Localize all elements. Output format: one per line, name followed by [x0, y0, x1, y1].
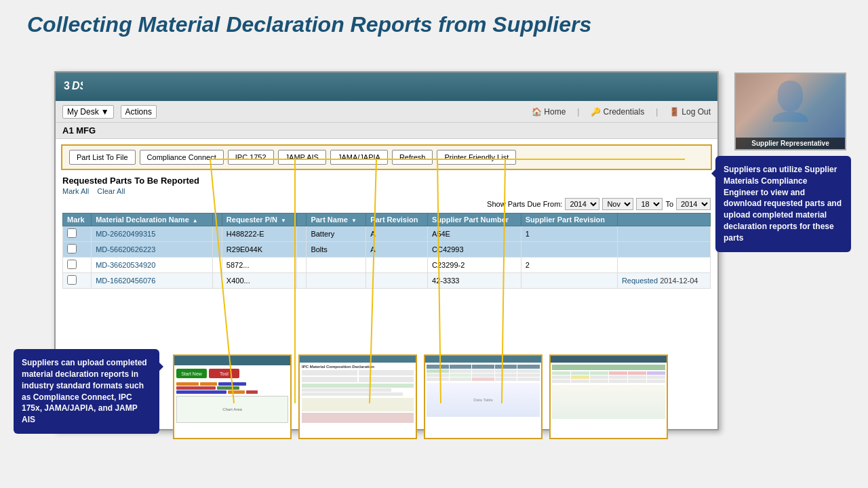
clear-all-link[interactable]: Clear All	[97, 187, 125, 195]
filter-month-select[interactable]: Nov	[602, 198, 633, 210]
compliance-connect-button[interactable]: Compliance Connect	[140, 150, 224, 165]
mark-all-link[interactable]: Mark All	[62, 187, 89, 195]
table-row: MD-36620534920 5872... C23299-2 2	[63, 258, 711, 273]
nav-bar: My Desk ▼ Actions 🏠 Home | 🔑 Credentials…	[56, 101, 717, 123]
cell-mark	[63, 242, 92, 258]
thumbnail-1: Start New Tool Chart Area	[173, 354, 292, 439]
home-icon: 🏠	[532, 107, 542, 117]
jama-japia-button[interactable]: JAMA/JAPIA	[330, 150, 388, 165]
cell-supplier-rev	[521, 273, 617, 289]
filter-to-label: To	[665, 200, 673, 208]
cell-mark	[63, 226, 92, 242]
row-checkbox[interactable]	[67, 244, 77, 253]
cell-requester-pn: R29E044K	[222, 242, 296, 258]
callout-right: Suppliers can utilize Supplier Materials…	[715, 156, 851, 252]
data-table: Mark Material Declaration Name ▲ Request…	[62, 213, 711, 289]
filter-year2-select[interactable]: 2014	[676, 198, 711, 210]
cell-sort	[212, 273, 222, 289]
cell-part-name	[307, 258, 366, 273]
cell-status	[617, 242, 710, 258]
col-supplier-pn: Supplier Part Number	[428, 214, 521, 226]
thumbnails-row: Start New Tool Chart Area	[173, 354, 668, 439]
logout-nav[interactable]: 🚪 Log Out	[669, 107, 711, 117]
cell-supplier-pn: 42-3333	[428, 273, 521, 289]
callout-left: Suppliers can upload completed material …	[14, 349, 159, 434]
table-row: MD-56620626223 R29E044K Bolts A CC42993	[63, 242, 711, 258]
page-title: Collecting Material Declaration Reports …	[0, 0, 868, 44]
callout-right-text: Suppliers can utilize Supplier Materials…	[724, 165, 842, 243]
cell-sort	[212, 242, 222, 258]
filter-year1-select[interactable]: 2014	[565, 198, 599, 210]
cell-part-revision	[366, 258, 428, 273]
cell-part-revision: A	[366, 226, 428, 242]
mydesk-nav[interactable]: My Desk ▼	[62, 105, 114, 119]
col-sort2	[297, 214, 307, 226]
app-header: 3 DS	[56, 73, 717, 101]
mydesk-dropdown-icon: ▼	[101, 107, 109, 117]
cell-supplier-pn: A54E	[428, 226, 521, 242]
nav-sep1: |	[577, 107, 579, 117]
actions-label: Actions	[125, 107, 152, 117]
cell-part-name: Bolts	[307, 242, 366, 258]
callout-left-text: Suppliers can upload completed material …	[22, 358, 147, 424]
cell-md-name: MD-16620456076	[92, 273, 212, 289]
row-checkbox[interactable]	[67, 228, 77, 238]
cell-sort	[212, 226, 222, 242]
cell-md-name: MD-36620534920	[92, 258, 212, 273]
cell-requester-pn: H488222-E	[222, 226, 296, 242]
section-links: Mark All Clear All	[62, 187, 711, 195]
section-title: Requested Parts To Be Reported	[62, 176, 711, 186]
cell-status	[617, 226, 710, 242]
cell-status	[617, 258, 710, 273]
company-name: A1 MFG	[56, 123, 717, 139]
table-row: MD-26620499315 H488222-E Battery A A54E …	[63, 226, 711, 242]
cell-part-revision	[366, 273, 428, 289]
cell-mark	[63, 258, 92, 273]
logout-icon: 🚪	[669, 107, 679, 117]
cell-md-name: MD-56620626223	[92, 242, 212, 258]
credentials-nav[interactable]: 🔑 Credentials	[591, 107, 644, 117]
cell-sort2	[297, 273, 307, 289]
nav-sep2: |	[656, 107, 658, 117]
app-logo: 3 DS	[62, 77, 83, 97]
ipc-1752-button[interactable]: IPC 1752	[228, 150, 274, 165]
jamp-ais-button[interactable]: JAMP AIS	[278, 150, 326, 165]
btn-toolbar: Part List To File Compliance Connect IPC…	[61, 144, 712, 170]
content-area: Requested Parts To Be Reported Mark All …	[56, 176, 717, 289]
cell-sort	[212, 258, 222, 273]
svg-text:3: 3	[64, 80, 70, 92]
supplier-photo-label: Supplier Representative	[736, 138, 845, 149]
col-sort1	[212, 214, 222, 226]
printer-friendly-list-button[interactable]: Printer Friendly List	[437, 150, 516, 165]
cell-part-revision: A	[366, 242, 428, 258]
col-part-revision: Part Revision	[366, 214, 428, 226]
cell-supplier-pn: C23299-2	[428, 258, 521, 273]
row-checkbox[interactable]	[67, 260, 77, 269]
cell-part-name: Battery	[307, 226, 366, 242]
cell-md-name: MD-26620499315	[92, 226, 212, 242]
filter-day-select[interactable]: 18	[636, 198, 663, 210]
cell-status: Requested 2014-12-04	[617, 273, 710, 289]
cell-supplier-rev: 2	[521, 258, 617, 273]
table-row: MD-16620456076 X400... 42-3333 Requested…	[63, 273, 711, 289]
supplier-photo-container: 👤 Supplier Representative	[734, 73, 846, 150]
filter-label: Show Parts Due From:	[487, 200, 562, 208]
cell-mark	[63, 273, 92, 289]
cell-part-name	[307, 273, 366, 289]
row-checkbox[interactable]	[67, 275, 77, 285]
cell-supplier-rev	[521, 242, 617, 258]
cell-sort2	[297, 242, 307, 258]
cell-requester-pn: 5872...	[222, 258, 296, 273]
part-list-to-file-button[interactable]: Part List To File	[69, 150, 136, 165]
col-md-name: Material Declaration Name ▲	[92, 214, 212, 226]
refresh-button[interactable]: Refresh	[392, 150, 433, 165]
actions-nav[interactable]: Actions	[121, 105, 157, 119]
col-supplier-rev: Supplier Part Revision	[521, 214, 617, 226]
thumbnail-2: IPC Material Composition Declaration	[298, 354, 417, 439]
thumbnail-4	[549, 354, 668, 439]
svg-text:DS: DS	[72, 80, 83, 92]
home-nav[interactable]: 🏠 Home	[532, 107, 566, 117]
cell-sort2	[297, 226, 307, 242]
cell-supplier-pn: CC42993	[428, 242, 521, 258]
col-extra	[617, 214, 710, 226]
